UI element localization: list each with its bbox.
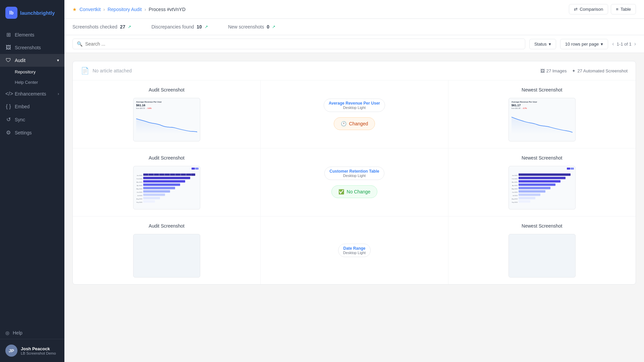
tag-title-2: Customer Retention Table bbox=[329, 169, 379, 174]
svg-text:May 2023: May 2023 bbox=[136, 188, 142, 190]
sidebar-item-audit[interactable]: 🛡 Audit ▾ bbox=[0, 54, 64, 67]
breadcrumb-sep-2: › bbox=[145, 7, 146, 12]
retention-table-audit: Jan 2023 Feb 2023 Mar 2023 Apr 2023 May … bbox=[133, 166, 200, 209]
status-filter-button[interactable]: Status ▾ bbox=[529, 39, 556, 49]
svg-rect-15 bbox=[143, 194, 165, 196]
rows-per-page-button[interactable]: 10 rows per page ▾ bbox=[560, 39, 608, 49]
sidebar-item-settings[interactable]: ⚙ Settings bbox=[0, 126, 64, 139]
audit-submenu: Repository Help Center bbox=[0, 67, 64, 87]
svg-rect-14 bbox=[143, 190, 170, 193]
breadcrumb-repo-audit[interactable]: Repository Audit bbox=[108, 7, 142, 12]
status-filter-chevron: ▾ bbox=[549, 42, 551, 47]
tag-sub-1: Desktop Light bbox=[329, 106, 380, 110]
newest-screenshot-preview-1[interactable]: Average Revenue Per User $61.17 from $61… bbox=[508, 98, 576, 141]
logo-icon: lb bbox=[5, 7, 17, 19]
content-area: 📄 No article attached 🖼 27 Images ✦ 27 A… bbox=[64, 53, 644, 362]
sidebar-item-help[interactable]: ◎ Help bbox=[0, 327, 64, 339]
help-icon: ◎ bbox=[5, 330, 9, 336]
audit-label-1: Audit Screenshot bbox=[149, 87, 184, 93]
nav-items: ⊞ Elements 🖼 Screenshots 🛡 Audit ▾ Repos… bbox=[0, 25, 64, 327]
comparison-button[interactable]: ⇄ Comparison bbox=[569, 4, 608, 14]
svg-rect-40 bbox=[519, 187, 550, 189]
stat-new-value: 0 bbox=[267, 24, 269, 29]
sidebar-item-repository[interactable]: Repository bbox=[15, 67, 64, 77]
audit-label-2: Audit Screenshot bbox=[149, 155, 184, 161]
sidebar-item-embed[interactable]: { } Embed bbox=[0, 100, 64, 113]
enhancements-chevron-icon: › bbox=[58, 92, 59, 96]
audit-icon: 🛡 bbox=[5, 57, 11, 63]
svg-text:Feb 2023: Feb 2023 bbox=[137, 178, 143, 180]
svg-text:Mar 2023: Mar 2023 bbox=[137, 181, 143, 183]
stat-checked-label: Screenshots checked bbox=[72, 24, 117, 29]
audit-screenshot-preview-2[interactable]: Jan 2023 Feb 2023 Mar 2023 Apr 2023 May … bbox=[133, 166, 200, 209]
status-badge-2: ✅ No Change bbox=[331, 185, 378, 198]
filter-bar: 🔍 Status ▾ 10 rows per page ▾ ‹ 1-1 of 1… bbox=[64, 35, 644, 53]
audit-row-1: Audit Screenshot Average Revenue Per Use… bbox=[73, 80, 636, 148]
status-badge-1: 🕐 Changed bbox=[334, 117, 375, 130]
stat-new-arrow: ↗ bbox=[272, 24, 275, 29]
stat-new-screenshots: New screenshots 0 ↗ bbox=[228, 24, 275, 29]
next-page-button[interactable]: › bbox=[634, 41, 636, 47]
stat-discrepancies: Discrepancies found 10 ↗ bbox=[151, 24, 208, 29]
search-wrap: 🔍 bbox=[72, 39, 525, 49]
svg-text:Sep 2023: Sep 2023 bbox=[137, 201, 143, 203]
main-content: ★ Convertkit › Repository Audit › Proces… bbox=[64, 0, 644, 362]
sync-icon: ↺ bbox=[5, 116, 11, 123]
svg-rect-44 bbox=[519, 200, 530, 203]
prev-page-button[interactable]: ‹ bbox=[612, 41, 614, 47]
rows-per-page-chevron: ▾ bbox=[601, 42, 603, 47]
svg-rect-13 bbox=[143, 187, 175, 189]
status-card-3: Date Range Desktop Light bbox=[260, 217, 448, 284]
tag-title-1: Average Revenue Per User bbox=[329, 101, 380, 106]
stat-new-label: New screenshots bbox=[228, 24, 264, 29]
search-input[interactable] bbox=[85, 41, 521, 47]
newest-screenshot-preview-2[interactable]: Jan 2023 Feb 2023 Mar 2023 Apr 2023 May … bbox=[508, 166, 576, 209]
user-name: Josh Peacock bbox=[21, 346, 59, 351]
tag-3: Date Range Desktop Light bbox=[338, 244, 371, 257]
logo-text: launchbrightly bbox=[20, 10, 55, 16]
sidebar-item-screenshots-label: Screenshots bbox=[15, 45, 41, 50]
enhancements-icon: </> bbox=[5, 91, 11, 97]
section-meta: 🖼 27 Images ✦ 27 Automated Screenshot bbox=[540, 68, 628, 73]
auto-screenshot-icon: ✦ bbox=[572, 68, 576, 73]
sidebar-item-sync[interactable]: ↺ Sync bbox=[0, 113, 64, 126]
svg-rect-42 bbox=[519, 194, 540, 196]
images-icon: 🖼 bbox=[540, 68, 545, 73]
audit-screenshot-preview-1[interactable]: Average Revenue Per User $61.16 from $63… bbox=[133, 98, 200, 141]
status-card-1: Average Revenue Per User Desktop Light 🕐… bbox=[260, 80, 448, 148]
svg-rect-41 bbox=[519, 190, 545, 193]
tag-sub-3: Desktop Light bbox=[343, 251, 366, 255]
breadcrumb-star-icon: ★ bbox=[72, 7, 77, 12]
sidebar-item-enhancements[interactable]: </> Enhancements › bbox=[0, 87, 64, 100]
sidebar-item-settings-label: Settings bbox=[15, 130, 32, 135]
logo: lb launchbrightly bbox=[0, 0, 64, 25]
status-card-2: Customer Retention Table Desktop Light ✅… bbox=[260, 148, 448, 216]
audit-card-2: Audit Screenshot Jan 2023 Feb 202 bbox=[73, 148, 260, 216]
sidebar-item-elements[interactable]: ⊞ Elements bbox=[0, 28, 64, 41]
sidebar-item-help-center[interactable]: Help Center bbox=[15, 77, 64, 87]
sidebar-item-screenshots[interactable]: 🖼 Screenshots bbox=[0, 41, 64, 54]
newest-screenshot-preview-3[interactable] bbox=[508, 234, 576, 278]
sidebar: lb launchbrightly ⊞ Elements 🖼 Screensho… bbox=[0, 0, 64, 362]
newest-card-2: Newest Screenshot Jan 2023 Feb 2023 Mar … bbox=[448, 148, 636, 216]
user-role: LB Screenshot Demo bbox=[21, 351, 59, 355]
stat-screenshots-checked: Screenshots checked 27 ↗ bbox=[72, 24, 131, 29]
sidebar-item-embed-label: Embed bbox=[15, 104, 30, 109]
svg-text:Jan 2023: Jan 2023 bbox=[512, 175, 518, 176]
breadcrumb-convertkit[interactable]: Convertkit bbox=[79, 7, 101, 12]
pagination-info: 1-1 of 1 bbox=[617, 42, 632, 47]
table-button[interactable]: ≡ Table bbox=[611, 4, 636, 14]
svg-rect-37 bbox=[519, 177, 566, 179]
heatmap-svg: Jan 2023 Feb 2023 Mar 2023 Apr 2023 May … bbox=[135, 171, 199, 208]
stats-bar: Screenshots checked 27 ↗ Discrepancies f… bbox=[64, 19, 644, 35]
revenue-chart-newest: Average Revenue Per User $61.17 from $61… bbox=[509, 98, 575, 141]
stat-checked-value: 27 bbox=[120, 24, 125, 29]
svg-rect-16 bbox=[143, 197, 160, 199]
comparison-label: Comparison bbox=[580, 7, 603, 12]
no-article-icon: 📄 bbox=[81, 67, 89, 75]
svg-rect-36 bbox=[519, 174, 571, 176]
topbar: ★ Convertkit › Repository Audit › Proces… bbox=[64, 0, 644, 19]
sidebar-item-enhancements-label: Enhancements bbox=[15, 91, 46, 97]
audit-screenshot-preview-3[interactable] bbox=[133, 234, 200, 278]
section-header: 📄 No article attached 🖼 27 Images ✦ 27 A… bbox=[73, 61, 636, 80]
